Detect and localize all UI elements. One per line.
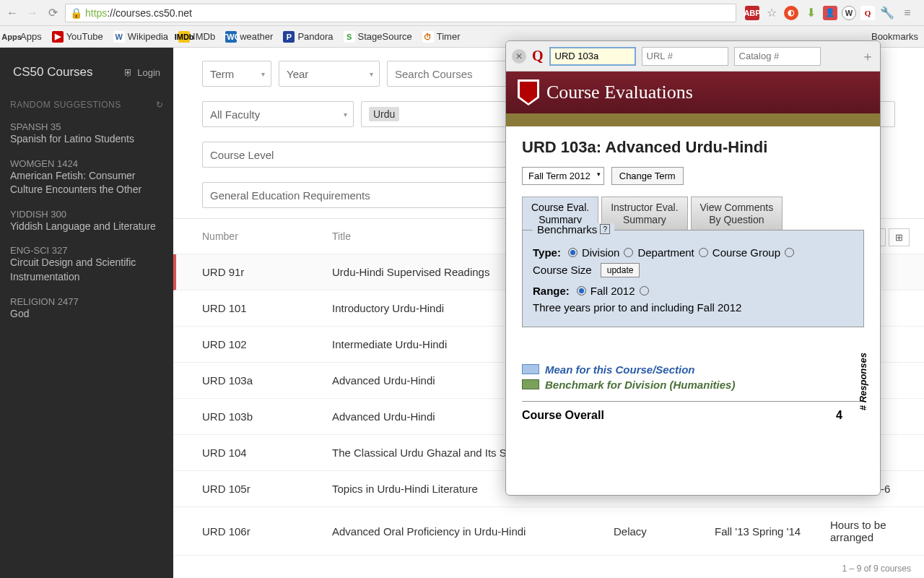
radio-label: Department [637,246,694,259]
suggestions-header: RANDOM SUGGESTIONS [10,100,121,110]
popup-url-input[interactable] [642,47,728,66]
radio-type-division[interactable] [568,248,578,257]
radio-range-0[interactable] [577,286,586,296]
table-row[interactable]: URD 106rAdvanced Oral Proficiency in Urd… [173,507,924,556]
radio-range-1[interactable] [640,286,649,296]
bookmark-timer[interactable]: ⏱Timer [422,31,461,43]
filter-tag-urdu[interactable]: Urdu [369,107,399,121]
stumble-icon[interactable]: ◐ [784,6,798,20]
sidebar: CS50 Courses ⛨ Login RANDOM SUGGESTIONS … [0,48,173,578]
suggestion-item[interactable]: ENG-SCI 327Circuit Design and Scientific… [0,241,173,291]
term-dropdown[interactable]: Fall Term 2012 [522,167,604,185]
popup-toolbar: ✕ Q ＋ [506,41,880,72]
course-overall-row: Course Overall 4 [522,401,864,422]
course-heading: URD 103a: Advanced Urdu-Hindi [522,138,864,157]
range-label: Range: [533,285,570,297]
radio-label: Fall 2012 [590,285,635,297]
bookmark-stagesource[interactable]: SStageSource [344,31,412,43]
overall-label: Course Overall [522,409,604,422]
back-button[interactable]: ← [4,5,20,21]
star-icon[interactable]: ☆ [764,5,780,21]
suggestion-item[interactable]: YIDDISH 300Yiddish Language and Literatu… [0,204,173,241]
grid-view-button[interactable]: ⊞ [889,228,910,246]
change-term-button[interactable]: Change Term [611,167,684,185]
address-bar[interactable]: 🔒 https://courses.cs50.net [65,4,736,22]
url-scheme: https [85,7,107,19]
bookmark-pandora[interactable]: PPandora [283,31,333,43]
ext-red-icon[interactable]: 👤 [823,6,837,20]
forward-button[interactable]: → [25,5,40,21]
legend-benchmark: Benchmark for Division (Humanities) [545,379,735,391]
type-label: Type: [533,246,561,259]
radio-type-course-group[interactable] [699,248,708,257]
refresh-icon[interactable]: ↻ [156,100,164,110]
radio-label: Three years prior to and including Fall … [533,301,741,314]
bookmark-imdb[interactable]: IMDbIMDb [178,31,215,43]
login-label: Login [137,67,160,78]
login-link[interactable]: ⛨ Login [123,67,160,78]
tab-2[interactable]: View CommentsBy Question [691,197,783,230]
lock-icon: 🔒 [70,7,82,19]
suggestion-item[interactable]: WOMGEN 1424American Fetish: Consumer Cul… [0,154,173,204]
radio-label: Course Size [533,264,592,276]
overall-count: 4 [836,409,842,422]
banner-title: Course Evaluations [546,82,693,103]
app-title: CS50 Courses [13,65,93,79]
shield-icon: ⛨ [123,67,133,78]
add-icon[interactable]: ＋ [861,48,874,65]
q-icon[interactable]: Q [860,6,875,20]
term-select[interactable]: Term [202,61,271,87]
radio-type-department[interactable] [624,248,633,257]
browser-toolbar: ← → ⟳ 🔒 https://courses.cs50.net ABP ☆ ◐… [0,0,924,26]
year-select[interactable]: Year [279,61,380,87]
q-logo-icon: Q [532,48,544,64]
download-icon[interactable]: ⬇ [803,5,819,21]
suggestion-item[interactable]: SPANSH 35Spanish for Latino Students [0,117,173,154]
wrench-icon[interactable]: 🔧 [879,5,895,21]
evaluation-popup: ✕ Q ＋ Course Evaluations URD 103a: Advan… [505,40,881,496]
bench-swatch [522,379,539,389]
help-icon[interactable]: ? [600,224,610,234]
menu-icon[interactable]: ≡ [899,5,915,21]
faculty-select[interactable]: All Faculty [202,101,354,127]
result-count: 1 – 9 of 9 courses [842,564,911,574]
benchmarks-panel: Benchmarks ? Type: DivisionDepartmentCou… [522,230,864,327]
suggestion-item[interactable]: RELIGION 2477God [0,292,173,329]
benchmarks-legend: Benchmarks ? [533,223,614,236]
bookmark-apps[interactable]: AppsApps [6,31,42,43]
bookmark-weather[interactable]: TWCweather [225,31,273,43]
mean-swatch [522,364,539,374]
url-text: ://courses.cs50.net [107,7,192,19]
abp-icon[interactable]: ABP [745,6,759,20]
harvard-shield-icon [518,79,539,105]
bookmark-wikipedia[interactable]: WWikipedia [113,31,168,43]
bookmark-youtube[interactable]: ▶YouTube [52,31,103,43]
col-number: Number [202,230,332,242]
responses-label: # Responses [858,353,868,410]
radio-label: Course Group [712,246,780,259]
reload-button[interactable]: ⟳ [45,5,61,21]
radio-label: Division [582,246,620,259]
radio-type-course-size[interactable] [785,248,794,257]
update-button[interactable]: update [601,263,640,277]
close-icon[interactable]: ✕ [512,49,526,64]
popup-catalog-input[interactable] [734,47,821,66]
w-icon[interactable]: W [842,6,856,20]
legend-mean: Mean for this Course/Section [545,363,695,376]
extension-icons: ABP ☆ ◐ ⬇ 👤 W Q 🔧 ≡ [741,5,920,21]
popup-search-input[interactable] [549,47,636,66]
popup-banner: Course Evaluations [506,72,880,113]
